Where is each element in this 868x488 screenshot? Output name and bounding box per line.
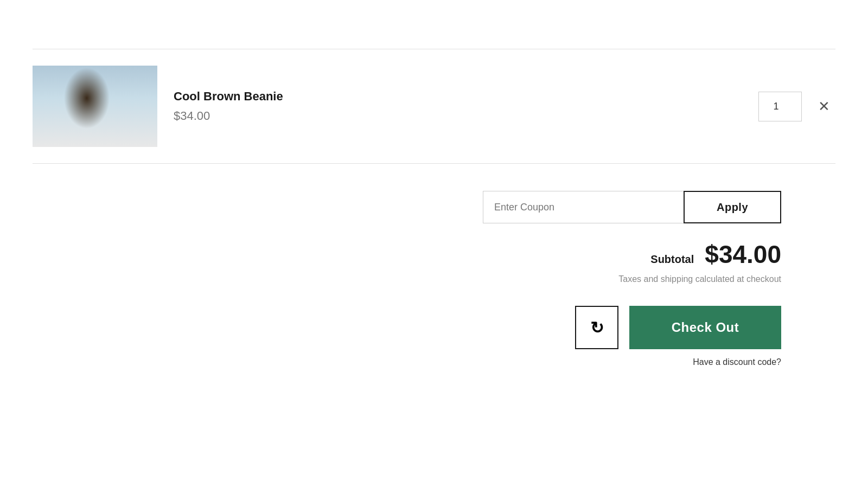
checkout-button[interactable]: Check Out	[629, 306, 781, 349]
refresh-button[interactable]: ↻	[575, 306, 618, 349]
coupon-row: Apply	[483, 191, 781, 223]
svg-point-9	[82, 85, 108, 100]
svg-rect-0	[33, 66, 157, 147]
cart-item-right: ✕	[758, 92, 835, 121]
apply-button[interactable]: Apply	[684, 191, 781, 223]
page-container: Cool Brown Beanie $34.00 ✕ Apply Subtota…	[0, 49, 868, 488]
svg-rect-2	[33, 82, 76, 120]
svg-point-7	[82, 88, 107, 110]
coupon-input[interactable]	[483, 191, 684, 223]
subtotal-row: Subtotal $34.00	[650, 240, 781, 269]
svg-rect-10	[82, 89, 108, 98]
refresh-icon: ↻	[590, 318, 604, 337]
discount-text: Have a discount code?	[693, 357, 781, 367]
svg-rect-3	[65, 76, 98, 120]
svg-rect-8	[83, 99, 91, 118]
subtotal-label: Subtotal	[650, 253, 694, 266]
remove-button[interactable]: ✕	[813, 95, 835, 118]
bottom-section: Apply Subtotal $34.00 Taxes and shipping…	[33, 191, 835, 367]
quantity-input[interactable]	[758, 92, 802, 121]
svg-point-5	[79, 109, 111, 129]
cart-item: Cool Brown Beanie $34.00 ✕	[33, 49, 835, 164]
svg-point-6	[83, 91, 107, 119]
product-price: $34.00	[174, 109, 758, 123]
product-image-svg	[33, 66, 157, 147]
product-name: Cool Brown Beanie	[174, 89, 758, 104]
svg-point-4	[71, 112, 119, 147]
svg-rect-1	[33, 117, 157, 147]
svg-rect-11	[81, 96, 109, 99]
subtotal-amount: $34.00	[705, 240, 781, 269]
tax-info: Taxes and shipping calculated at checkou…	[618, 274, 781, 284]
product-image	[33, 66, 157, 147]
action-row: ↻ Check Out	[575, 306, 781, 349]
product-info: Cool Brown Beanie $34.00	[157, 89, 758, 123]
